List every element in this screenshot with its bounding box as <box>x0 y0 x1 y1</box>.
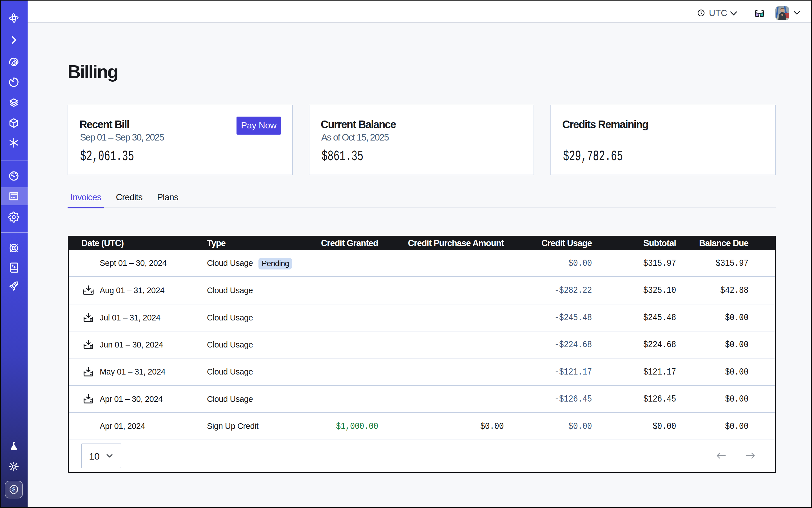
svg-text:$: $ <box>12 486 15 493</box>
